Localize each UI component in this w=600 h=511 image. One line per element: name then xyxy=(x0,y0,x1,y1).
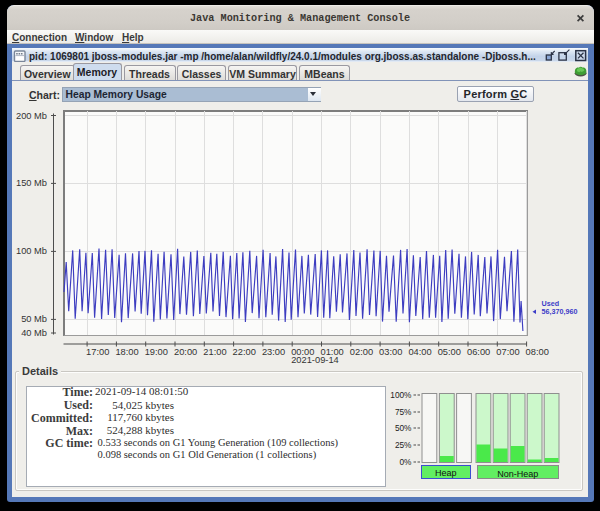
svg-text:07:00: 07:00 xyxy=(496,347,519,357)
svg-text:05:00: 05:00 xyxy=(438,347,461,357)
svg-text:150 Mb: 150 Mb xyxy=(16,178,47,188)
svg-text:08:00: 08:00 xyxy=(526,347,549,357)
svg-text:02:00: 02:00 xyxy=(350,347,373,357)
svg-text:40 Mb: 40 Mb xyxy=(21,328,47,338)
svg-text:17:00: 17:00 xyxy=(86,347,109,357)
svg-text:21:00: 21:00 xyxy=(203,347,226,357)
svg-text:100 Mb: 100 Mb xyxy=(16,246,47,256)
svg-text:18:00: 18:00 xyxy=(115,347,138,357)
svg-text:23:00: 23:00 xyxy=(262,347,285,357)
svg-text:20:00: 20:00 xyxy=(174,347,197,357)
svg-text:200 Mb: 200 Mb xyxy=(16,111,47,121)
svg-text:19:00: 19:00 xyxy=(145,347,168,357)
svg-text:2021-09-14: 2021-09-14 xyxy=(291,355,339,365)
svg-text:22:00: 22:00 xyxy=(233,347,256,357)
svg-text:06:00: 06:00 xyxy=(467,347,490,357)
svg-text:50 Mb: 50 Mb xyxy=(21,314,47,324)
svg-text:04:00: 04:00 xyxy=(408,347,431,357)
svg-text:03:00: 03:00 xyxy=(379,347,402,357)
